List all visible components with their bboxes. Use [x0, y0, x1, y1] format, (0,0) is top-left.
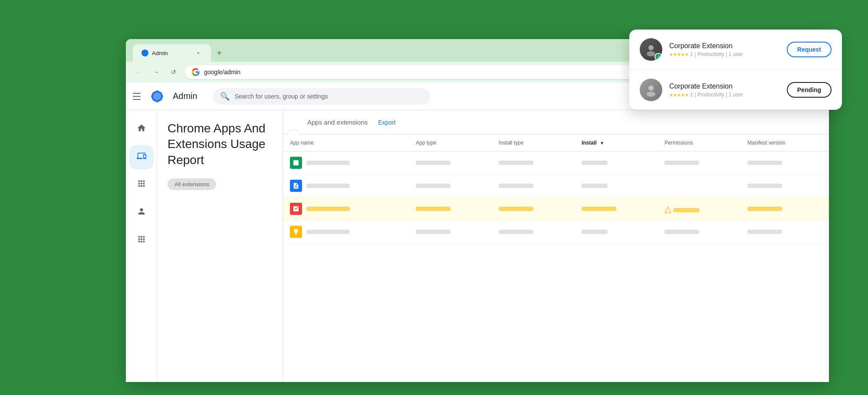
sidebar	[126, 110, 157, 382]
skeleton-yellow	[747, 207, 782, 211]
content-area: Chrome Apps And Extensions Usage Report …	[157, 110, 829, 382]
svg-point-3	[647, 51, 655, 56]
app-content: Admin 🔍 Search for users, group or setti…	[126, 82, 829, 382]
right-panel: ‹ Apps and extensions Export App name	[283, 110, 829, 382]
filter-chip-all-extensions[interactable]: All extensions	[168, 178, 216, 190]
table-row[interactable]	[283, 221, 829, 244]
col-header-install-type[interactable]: Install type	[492, 135, 575, 151]
col-header-manifest-version[interactable]: Manifest version	[740, 135, 829, 151]
skeleton	[499, 161, 533, 165]
popup-extension-name-1: Corporate Extension	[669, 42, 780, 50]
google-g-icon	[192, 68, 200, 76]
export-button[interactable]: Export	[378, 119, 395, 126]
admin-logo	[150, 89, 164, 103]
person-icon	[137, 207, 146, 219]
forward-button[interactable]: →	[150, 66, 162, 78]
svg-point-4	[648, 86, 654, 91]
skeleton	[747, 230, 782, 234]
tab-title: Admin	[152, 50, 191, 56]
reload-button[interactable]: ↺	[168, 66, 180, 78]
skeleton	[416, 161, 450, 165]
warning-icon: △	[664, 204, 671, 214]
docs-icon	[290, 180, 302, 192]
skeleton	[499, 184, 533, 188]
skeleton	[664, 230, 699, 234]
skeleton	[747, 184, 782, 188]
col-header-app-name[interactable]: App name	[283, 135, 409, 151]
left-panel: Chrome Apps And Extensions Usage Report …	[157, 110, 283, 382]
menu-icon[interactable]	[133, 91, 143, 102]
popup-meta-2: ★★★★★ 1 | Productivity | 1 user	[669, 92, 780, 98]
skeleton-yellow	[416, 207, 450, 211]
popup-card: ✓ Corporate Extension ★★★★★ 1 | Producti…	[629, 30, 842, 110]
app-name-skeleton	[306, 230, 350, 234]
panel-header: ‹ Apps and extensions Export	[283, 110, 829, 135]
avatar-1: ✓	[640, 38, 662, 61]
table-row[interactable]	[283, 151, 829, 174]
skeleton	[747, 161, 782, 165]
table-row[interactable]	[283, 174, 829, 198]
app-name-skeleton	[306, 161, 350, 165]
panel-header-title: Apps and extensions	[307, 118, 368, 126]
search-bar[interactable]: 🔍 Search for users, group or settings	[213, 88, 430, 105]
popup-info-1: Corporate Extension ★★★★★ 1 | Productivi…	[669, 42, 780, 57]
avatar-image-2	[640, 79, 662, 101]
search-placeholder-text: Search for users, group or settings	[235, 93, 328, 100]
app-name-skeleton-yellow	[306, 207, 350, 211]
sidebar-item-apps[interactable]	[129, 173, 154, 197]
sidebar-item-users[interactable]	[129, 201, 154, 225]
app-name-skeleton	[306, 184, 350, 188]
col-header-permissions[interactable]: Permissions	[658, 135, 740, 151]
sheets-icon	[290, 157, 302, 169]
back-button[interactable]: ←	[133, 66, 145, 78]
app-name-cell	[290, 157, 402, 169]
svg-point-5	[647, 92, 655, 97]
sort-descending-icon: ▼	[600, 141, 604, 145]
skeleton	[664, 161, 699, 165]
popup-info-2: Corporate Extension ★★★★★ 1 | Productivi…	[669, 82, 780, 98]
skeleton	[582, 230, 608, 234]
tab-close-button[interactable]: ×	[194, 49, 202, 57]
popup-item-2: Corporate Extension ★★★★★ 1 | Productivi…	[629, 70, 842, 110]
avatar-2	[640, 79, 662, 101]
keep-icon	[290, 226, 302, 238]
popup-meta-1: ★★★★★ 1 | Productivity | 1 user	[669, 51, 780, 57]
sidebar-item-home[interactable]	[129, 117, 154, 142]
check-badge-icon: ✓	[654, 53, 662, 61]
skeleton	[416, 184, 450, 188]
table-row[interactable]: △	[283, 198, 829, 221]
grid-icon	[137, 234, 146, 247]
main-layout: Chrome Apps And Extensions Usage Report …	[126, 110, 829, 382]
new-tab-button[interactable]: +	[213, 46, 226, 59]
col-header-install[interactable]: Install ▼	[575, 135, 658, 151]
skeleton	[582, 184, 608, 188]
url-text: google/admin	[204, 69, 240, 76]
app-name-cell	[290, 226, 402, 238]
popup-extension-name-2: Corporate Extension	[669, 82, 780, 90]
col-header-app-type[interactable]: App type	[409, 135, 492, 151]
active-tab[interactable]: Admin ×	[133, 44, 211, 62]
app-name-cell	[290, 180, 402, 192]
svg-point-2	[648, 45, 654, 50]
app-name-cell	[290, 203, 402, 215]
pending-button[interactable]: Pending	[787, 82, 832, 98]
apps-extensions-table: App name App type Install type	[283, 135, 829, 244]
report-title: Chrome Apps And Extensions Usage Report	[168, 121, 272, 168]
tab-favicon	[141, 49, 148, 56]
popup-item-1: ✓ Corporate Extension ★★★★★ 1 | Producti…	[629, 30, 842, 70]
table-container: App name App type Install type	[283, 135, 829, 382]
skeleton-yellow	[499, 207, 533, 211]
sidebar-item-grid[interactable]	[129, 228, 154, 253]
slides-icon	[290, 203, 302, 215]
skeleton	[416, 230, 450, 234]
request-button[interactable]: Request	[787, 42, 832, 57]
apps-icon	[137, 179, 146, 191]
search-icon: 🔍	[220, 92, 230, 101]
home-icon	[137, 123, 146, 135]
skeleton	[582, 161, 608, 165]
devices-icon	[137, 151, 146, 163]
admin-title-text: Admin	[173, 91, 197, 101]
sidebar-item-devices[interactable]	[129, 145, 154, 169]
skeleton-yellow	[582, 207, 616, 211]
skeleton	[499, 230, 533, 234]
